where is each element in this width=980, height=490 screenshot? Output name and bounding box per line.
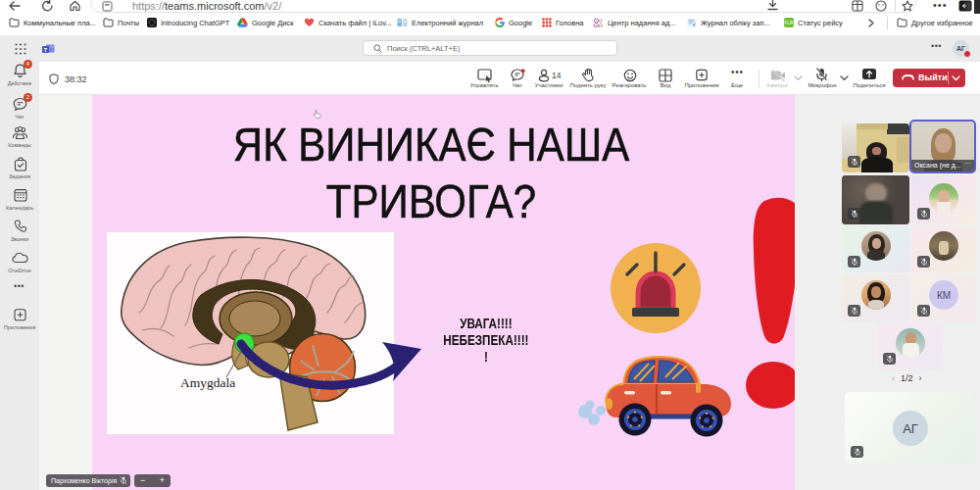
- svg-text:Amygdala: Amygdala: [180, 375, 235, 390]
- svg-text:FLR: FLR: [784, 20, 794, 25]
